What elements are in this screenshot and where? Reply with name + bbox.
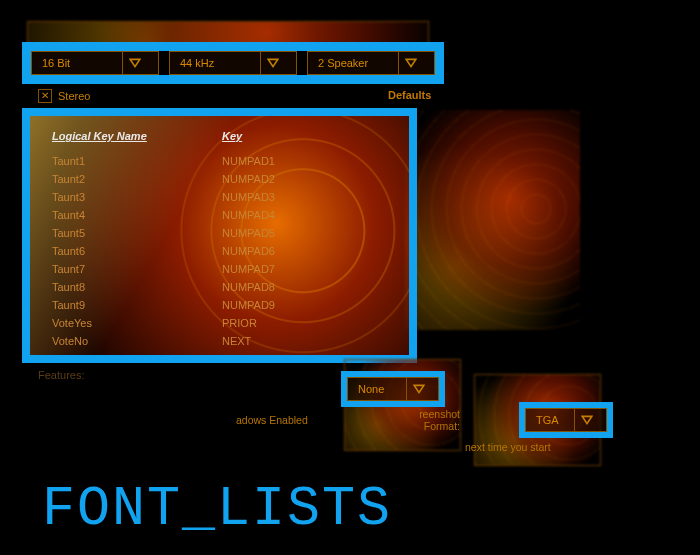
key-binding-key: NUMPAD1 (222, 152, 275, 170)
key-binding-name: VoteNo (52, 332, 222, 350)
sample-rate-arrow[interactable] (260, 52, 284, 74)
screenshot-format-label: reenshot Format: (390, 408, 460, 432)
key-binding-key: NUMPAD5 (222, 224, 275, 242)
shadows-value: None (348, 378, 406, 400)
stereo-checkbox[interactable]: ✕ (38, 89, 52, 103)
key-binding-key: NUMPAD3 (222, 188, 275, 206)
key-binding-row[interactable]: Taunt6NUMPAD6 (52, 242, 387, 260)
key-binding-key: NUMPAD2 (222, 170, 275, 188)
page-title: FONT_LISTS (42, 478, 392, 541)
key-binding-row[interactable]: Taunt5NUMPAD5 (52, 224, 387, 242)
key-bindings-list: Taunt1NUMPAD1Taunt2NUMPAD2Taunt3NUMPAD3T… (52, 152, 387, 350)
key-binding-key: NEXT (222, 332, 251, 350)
chevron-down-icon (267, 57, 279, 69)
key-binding-key: NUMPAD4 (222, 206, 275, 224)
key-binding-row[interactable]: Taunt2NUMPAD2 (52, 170, 387, 188)
stereo-label: Stereo (58, 90, 90, 102)
bit-depth-arrow[interactable] (122, 52, 146, 74)
speakers-value: 2 Speaker (308, 52, 398, 74)
chevron-down-icon (581, 414, 593, 426)
chevron-down-icon (405, 57, 417, 69)
speakers-arrow[interactable] (398, 52, 422, 74)
key-binding-name: Taunt6 (52, 242, 222, 260)
key-bindings-header: Logical Key Name Key (52, 130, 387, 142)
key-binding-name: Taunt7 (52, 260, 222, 278)
key-binding-key: PRIOR (222, 314, 257, 332)
screenshot-dropdown-frame: TGA (519, 402, 613, 438)
key-binding-row[interactable]: Taunt8NUMPAD8 (52, 278, 387, 296)
key-binding-name: VoteYes (52, 314, 222, 332)
key-binding-row[interactable]: Taunt9NUMPAD9 (52, 296, 387, 314)
key-binding-name: Taunt8 (52, 278, 222, 296)
key-binding-name: Taunt9 (52, 296, 222, 314)
chevron-down-icon (129, 57, 141, 69)
features-label-cutoff: Features: (38, 369, 84, 381)
key-binding-name: Taunt4 (52, 206, 222, 224)
key-binding-name: Taunt3 (52, 188, 222, 206)
key-binding-row[interactable]: Taunt1NUMPAD1 (52, 152, 387, 170)
screenshot-arrow[interactable] (574, 409, 598, 431)
key-binding-key: NUMPAD7 (222, 260, 275, 278)
key-binding-row[interactable]: Taunt3NUMPAD3 (52, 188, 387, 206)
chevron-down-icon (413, 383, 425, 395)
key-binding-key: NUMPAD9 (222, 296, 275, 314)
bit-depth-value: 16 Bit (32, 52, 122, 74)
sample-rate-value: 44 kHz (170, 52, 260, 74)
key-binding-name: Taunt2 (52, 170, 222, 188)
key-bindings-panel: Logical Key Name Key Taunt1NUMPAD1Taunt2… (22, 108, 417, 363)
audio-dropdown-group: 16 Bit 44 kHz 2 Speaker (22, 42, 444, 84)
key-binding-key: NUMPAD6 (222, 242, 275, 260)
restart-hint-label: next time you start (465, 441, 551, 453)
key-binding-row[interactable]: Taunt4NUMPAD4 (52, 206, 387, 224)
speakers-dropdown[interactable]: 2 Speaker (307, 51, 435, 75)
key-binding-row[interactable]: Taunt7NUMPAD7 (52, 260, 387, 278)
shadows-enabled-label: adows Enabled (236, 414, 308, 426)
screenshot-dropdown[interactable]: TGA (525, 408, 607, 432)
shadows-arrow[interactable] (406, 378, 430, 400)
shadows-dropdown-frame: None (341, 371, 445, 407)
sample-rate-dropdown[interactable]: 44 kHz (169, 51, 297, 75)
key-binding-key: NUMPAD8 (222, 278, 275, 296)
shadows-dropdown[interactable]: None (347, 377, 439, 401)
screenshot-value: TGA (526, 409, 574, 431)
key-binding-row[interactable]: VoteNoNEXT (52, 332, 387, 350)
header-key: Key (222, 130, 242, 142)
key-binding-name: Taunt1 (52, 152, 222, 170)
background-art-right (405, 110, 580, 330)
bit-depth-dropdown[interactable]: 16 Bit (31, 51, 159, 75)
key-binding-row[interactable]: VoteYesPRIOR (52, 314, 387, 332)
stereo-checkbox-row[interactable]: ✕ Stereo (38, 89, 90, 103)
defaults-button[interactable]: Defaults (388, 89, 431, 101)
header-logical-key: Logical Key Name (52, 130, 222, 142)
key-binding-name: Taunt5 (52, 224, 222, 242)
